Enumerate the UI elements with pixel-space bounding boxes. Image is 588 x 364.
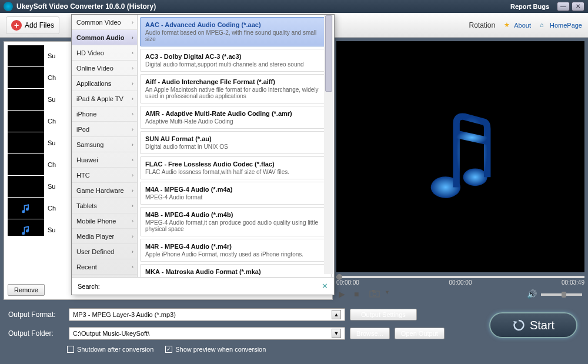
format-search-bar: Search: ✕ (72, 277, 334, 295)
category-item[interactable]: HTC› (72, 168, 137, 183)
snapshot-button[interactable] (369, 289, 380, 300)
file-label: Ch (48, 205, 56, 212)
chevron-right-icon: › (132, 111, 133, 117)
thumbnail (8, 219, 44, 236)
add-files-button[interactable]: + Add Files (6, 16, 59, 34)
category-item[interactable]: iPhone› (72, 106, 137, 122)
file-label: Su (48, 139, 55, 146)
category-item[interactable]: Recent› (72, 259, 137, 275)
close-button[interactable]: ✕ (572, 2, 584, 11)
chevron-right-icon: › (132, 218, 133, 224)
music-note-icon (425, 110, 496, 204)
format-popup: Common Video›Common Audio›HD Video›Onlin… (71, 14, 335, 295)
format-desc: MPEG-4 Audio format (145, 194, 326, 201)
bottom-panel: Output Format: MP3 - MPEG Layer-3 Audio … (0, 300, 588, 358)
start-button[interactable]: Start (489, 312, 577, 338)
format-item[interactable]: AMR - Adaptive Multi-Rate Audio Coding (… (140, 106, 332, 129)
timeline-slider[interactable] (336, 276, 584, 278)
chevron-right-icon: › (132, 142, 133, 148)
checkbox-icon (67, 346, 74, 353)
volume-icon[interactable]: 🔊 (527, 289, 537, 300)
file-label: Ch (48, 161, 56, 168)
time-start: 00:00:00 (336, 279, 359, 286)
add-files-label: Add Files (25, 21, 54, 29)
chevron-right-icon: › (132, 203, 133, 209)
category-item[interactable]: Common Audio› (72, 30, 137, 45)
chevron-right-icon: › (132, 233, 133, 239)
chevron-right-icon: › (132, 19, 133, 25)
shutdown-checkbox[interactable]: Shutdown after conversion (67, 346, 153, 353)
report-bugs-link[interactable]: Report Bugs (510, 3, 549, 10)
chevron-right-icon: › (132, 96, 133, 102)
output-folder-combo[interactable]: C:\Output Music-UkeySoft\ ▼ (69, 327, 345, 340)
category-item[interactable]: Game Hardware› (72, 183, 137, 198)
snapshot-dropdown[interactable]: ▼ (385, 289, 395, 300)
format-item[interactable]: AC3 - Dolby Digital AC-3 (*.ac3)Digital … (140, 49, 332, 72)
home-icon: ⌂ (540, 21, 548, 29)
chevron-right-icon: › (132, 264, 133, 270)
category-item[interactable]: iPod› (72, 122, 137, 137)
plus-icon: + (11, 20, 22, 31)
file-label: Su (48, 226, 55, 233)
thumbnail (8, 67, 44, 88)
clear-search-icon[interactable]: ✕ (322, 282, 328, 290)
category-item[interactable]: Media Player› (72, 229, 137, 244)
format-desc: Audio format based on MPEG-2, with fine … (145, 29, 326, 42)
stop-button[interactable]: ■ (354, 289, 365, 300)
category-item[interactable]: User Defined› (72, 244, 137, 259)
format-title: M4R - MPEG-4 Audio (*.m4r) (145, 243, 326, 250)
category-item[interactable]: Huawei› (72, 152, 137, 168)
category-item[interactable]: iPad & Apple TV› (72, 91, 137, 106)
chevron-right-icon: › (132, 50, 133, 56)
format-title: AAC - Advanced Audio Coding (*.aac) (145, 21, 326, 28)
format-desc: Digital audio format in UNIX OS (145, 143, 326, 150)
chevron-right-icon: › (132, 249, 133, 255)
category-item[interactable]: Tablets› (72, 198, 137, 213)
output-format-combo[interactable]: MP3 - MPEG Layer-3 Audio (*.mp3) ▲ (69, 308, 345, 321)
format-item[interactable]: M4B - MPEG-4 Audio (*.m4b)MPEG-4 Audio f… (140, 207, 332, 236)
svg-point-1 (463, 168, 487, 186)
thumbnail (8, 89, 44, 110)
format-title: M4B - MPEG-4 Audio (*.m4b) (145, 211, 326, 218)
file-label: Su (48, 96, 55, 103)
format-title: AMR - Adaptive Multi-Rate Audio Coding (… (145, 110, 326, 117)
play-button[interactable]: ▶ (339, 289, 349, 300)
svg-rect-4 (372, 290, 375, 292)
browse-button[interactable]: Browse... (350, 328, 390, 339)
search-input[interactable] (103, 283, 318, 290)
category-item[interactable]: Common Video› (72, 15, 137, 30)
category-item[interactable]: Samsung› (72, 137, 137, 152)
format-item[interactable]: FLAC - Free Lossless Audio Codec (*.flac… (140, 156, 332, 179)
time-display: 00:00:00 00:00:00 00:03:49 (336, 279, 584, 286)
svg-point-3 (373, 292, 376, 296)
rotation-label: Rotation (469, 21, 496, 29)
homepage-link[interactable]: ⌂ HomePage (540, 21, 582, 29)
output-folder-value: C:\Output Music-UkeySoft\ (73, 330, 149, 337)
output-settings-button[interactable]: Output Settings (350, 309, 417, 320)
scrollbar[interactable] (324, 15, 333, 274)
remove-button[interactable]: Remove (8, 284, 45, 296)
preview-checkbox[interactable]: ✓ Show preview when conversion (165, 346, 266, 353)
thumbnail (8, 176, 44, 197)
format-item[interactable]: M4R - MPEG-4 Audio (*.m4r)Apple iPhone A… (140, 239, 332, 262)
about-link[interactable]: ★ About (504, 21, 531, 29)
file-label: Ch (48, 118, 56, 125)
category-item[interactable]: Applications› (72, 76, 137, 91)
minimize-button[interactable]: — (557, 2, 570, 11)
open-output-button[interactable]: Open Output (395, 328, 445, 339)
scrollbar-thumb[interactable] (325, 15, 332, 92)
folder-dropdown-arrow-icon[interactable]: ▼ (332, 329, 341, 338)
category-item[interactable]: Mobile Phone› (72, 213, 137, 229)
format-item[interactable]: AAC - Advanced Audio Coding (*.aac)Audio… (140, 17, 332, 46)
format-item[interactable]: Aiff - Audio Interchange File Format (*.… (140, 74, 332, 103)
format-item[interactable]: M4A - MPEG-4 Audio (*.m4a)MPEG-4 Audio f… (140, 182, 332, 205)
category-item[interactable]: HD Video› (72, 45, 137, 61)
output-format-value: MP3 - MPEG Layer-3 Audio (*.mp3) (73, 311, 176, 318)
volume-slider[interactable] (541, 293, 582, 296)
dropdown-arrow-icon[interactable]: ▲ (332, 310, 341, 319)
chevron-right-icon: › (132, 35, 133, 41)
category-item[interactable]: Online Video› (72, 61, 137, 76)
app-title: UkeySoft Video Converter 10.6.0 (History… (16, 2, 510, 11)
format-item[interactable]: SUN AU Format (*.au)Digital audio format… (140, 131, 332, 154)
format-item[interactable]: MKA - Matroska Audio Format (*.mka)Audio… (140, 264, 332, 277)
